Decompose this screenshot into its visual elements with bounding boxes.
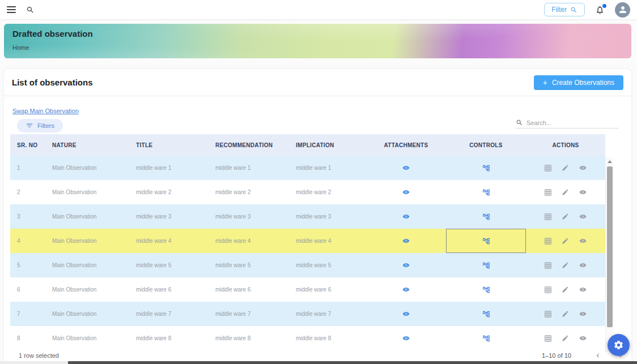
swap-main-observation-link[interactable]: Swap Main Observation [12, 108, 79, 114]
attachment-eye-icon[interactable] [402, 261, 410, 269]
view-eye-icon[interactable] [579, 334, 587, 342]
rows-selected-label: 1 row selected [19, 352, 59, 359]
breadcrumb-home[interactable]: Home [12, 44, 29, 51]
table-row[interactable]: 1 Main Observation middle ware 1 middle … [10, 156, 605, 180]
column-header[interactable]: IMPLICATION [289, 134, 366, 156]
pagination-label: 1–10 of 10 [542, 352, 571, 359]
cell-controls [446, 204, 526, 229]
filter-button[interactable]: Filter [544, 3, 585, 16]
attachment-eye-icon[interactable] [402, 188, 410, 196]
view-eye-icon[interactable] [579, 188, 587, 196]
create-observations-button[interactable]: + Create Observations [534, 75, 623, 90]
table-row[interactable]: 5 Main Observation middle ware 5 middle … [10, 253, 605, 277]
attachment-eye-icon[interactable] [402, 285, 410, 294]
cell-recommendation: middle ware 7 [209, 302, 289, 326]
grid-action-icon[interactable] [544, 164, 552, 172]
table-row[interactable]: 6 Main Observation middle ware 6 middle … [10, 277, 605, 302]
controls-tree-hierarchy-icon[interactable] [482, 335, 490, 342]
controls-tree-hierarchy-icon[interactable] [482, 213, 490, 221]
table-header-row: SR. NONATURETITLERECOMMENDATIONIMPLICATI… [10, 134, 605, 156]
cell-recommendation: middle ware 8 [209, 326, 289, 350]
grid-action-icon[interactable] [544, 310, 552, 318]
cell-nature: Main Observation [45, 156, 129, 180]
topbar-search-icon[interactable] [26, 6, 35, 14]
notifications-bell-icon[interactable] [595, 5, 605, 15]
grid-action-icon[interactable] [544, 213, 552, 221]
cell-title: middle ware 2 [129, 180, 209, 204]
cell-title: middle ware 7 [129, 302, 209, 326]
view-eye-icon[interactable] [579, 164, 587, 172]
filters-button[interactable]: Filters [17, 119, 63, 132]
column-header[interactable]: ACTIONS [526, 134, 605, 156]
table-row[interactable]: 7 Main Observation middle ware 7 middle … [10, 302, 605, 326]
search-icon [570, 6, 577, 14]
cell-sr-no: 2 [10, 180, 45, 204]
hamburger-menu-icon[interactable] [7, 6, 16, 13]
cell-sr-no: 4 [10, 229, 45, 253]
view-eye-icon[interactable] [579, 212, 587, 221]
grid-action-icon[interactable] [544, 335, 552, 342]
cell-implication: middle ware 4 [289, 229, 366, 253]
cell-implication: middle ware 2 [289, 180, 366, 204]
cell-nature: Main Observation [45, 253, 129, 277]
cell-actions [526, 156, 605, 180]
edit-pencil-icon[interactable] [562, 237, 569, 245]
edit-pencil-icon[interactable] [562, 262, 569, 269]
grid-action-icon[interactable] [544, 189, 552, 196]
table-row[interactable]: 3 Main Observation middle ware 3 middle … [10, 204, 605, 229]
cell-nature: Main Observation [45, 302, 129, 326]
attachment-eye-icon[interactable] [402, 310, 410, 318]
grid-action-icon[interactable] [544, 286, 552, 294]
cell-nature: Main Observation [45, 229, 129, 253]
scroll-up-button[interactable] [606, 157, 614, 165]
view-eye-icon[interactable] [579, 261, 587, 269]
edit-pencil-icon[interactable] [562, 189, 569, 196]
cell-controls [446, 180, 526, 204]
controls-tree-hierarchy-icon[interactable] [482, 189, 490, 196]
search-input[interactable] [526, 119, 611, 126]
attachment-eye-icon[interactable] [402, 237, 410, 245]
view-eye-icon[interactable] [579, 237, 587, 245]
attachment-eye-icon[interactable] [402, 334, 410, 342]
edit-pencil-icon[interactable] [562, 310, 569, 318]
grid-action-icon[interactable] [544, 262, 552, 269]
attachment-eye-icon[interactable] [402, 212, 410, 221]
previous-page-chevron-icon[interactable] [594, 352, 602, 359]
column-header[interactable]: SR. NO [10, 134, 45, 156]
table-row[interactable]: 8 Main Observation middle ware 8 middle … [10, 326, 605, 350]
table-body: 1 Main Observation middle ware 1 middle … [10, 156, 605, 350]
horizontal-scrollbar-thumb[interactable] [68, 361, 637, 364]
cell-attachments [366, 180, 446, 204]
cell-controls [446, 302, 526, 326]
controls-tree-hierarchy-icon[interactable] [482, 164, 490, 172]
column-header[interactable]: TITLE [129, 134, 209, 156]
settings-fab-button[interactable] [608, 334, 630, 356]
edit-pencil-icon[interactable] [562, 286, 569, 293]
edit-pencil-icon[interactable] [562, 335, 569, 342]
grid-action-icon[interactable] [544, 237, 552, 245]
column-header[interactable]: RECOMMENDATION [209, 134, 289, 156]
cell-recommendation: middle ware 3 [209, 204, 289, 229]
cell-sr-no: 5 [10, 253, 45, 277]
vertical-scrollbar[interactable] [605, 157, 613, 352]
column-header[interactable]: NATURE [45, 134, 129, 156]
cell-controls [446, 326, 526, 350]
view-eye-icon[interactable] [579, 285, 587, 294]
table-row[interactable]: 4 Main Observation middle ware 4 middle … [10, 229, 605, 253]
cell-attachments [366, 302, 446, 326]
vertical-scrollbar-thumb[interactable] [607, 166, 613, 327]
user-avatar[interactable] [615, 2, 630, 18]
column-header[interactable]: ATTACHMENTS [366, 134, 446, 156]
column-header[interactable]: CONTROLS [446, 134, 526, 156]
attachment-eye-icon[interactable] [402, 164, 410, 172]
edit-pencil-icon[interactable] [562, 164, 569, 172]
edit-pencil-icon[interactable] [562, 213, 569, 220]
view-eye-icon[interactable] [579, 310, 587, 318]
horizontal-scrollbar[interactable] [0, 361, 637, 364]
controls-tree-hierarchy-icon[interactable] [482, 237, 490, 245]
controls-tree-hierarchy-icon[interactable] [482, 286, 490, 294]
cell-sr-no: 1 [10, 156, 45, 180]
controls-tree-hierarchy-icon[interactable] [482, 310, 490, 318]
table-row[interactable]: 2 Main Observation middle ware 2 middle … [10, 180, 605, 204]
controls-tree-hierarchy-icon[interactable] [482, 262, 490, 269]
